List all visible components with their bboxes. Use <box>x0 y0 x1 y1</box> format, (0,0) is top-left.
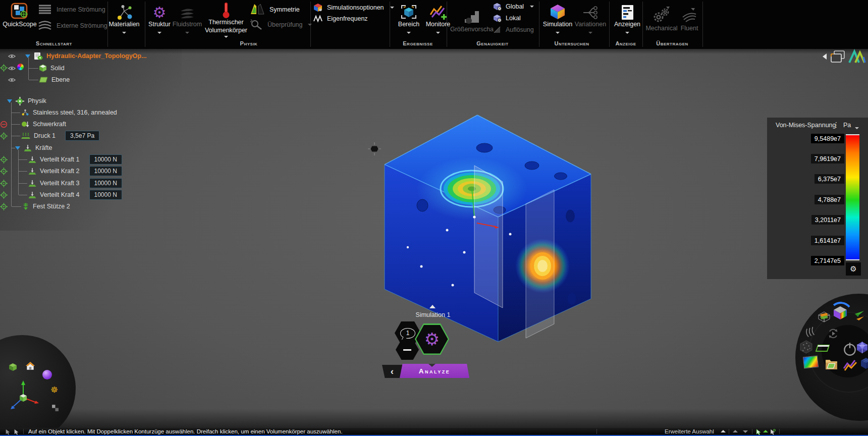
plane-tool-icon[interactable] <box>816 344 830 352</box>
results-cube-icon[interactable] <box>833 306 848 320</box>
tree-row-schwerkraft[interactable]: Schwerkraft <box>21 119 66 129</box>
anzeigen-button[interactable]: Anzeigen <box>613 2 642 34</box>
monitor-chart-icon[interactable] <box>843 359 858 371</box>
home-view-icon[interactable] <box>25 361 35 372</box>
caret-down-icon[interactable] <box>436 32 440 34</box>
caret-down-icon[interactable] <box>122 32 126 34</box>
select-loop-cursor-icon[interactable] <box>770 429 776 435</box>
caret-down-icon[interactable] <box>185 32 189 34</box>
tree-row-ebene[interactable]: Ebene <box>39 75 70 85</box>
mechanical-export-button[interactable]: Mechanical <box>646 3 677 32</box>
caret-down-icon[interactable] <box>588 32 592 34</box>
caret-down-icon[interactable] <box>530 6 534 8</box>
folder-plane-icon[interactable] <box>825 357 838 371</box>
caret-down-icon[interactable] <box>407 32 411 34</box>
mesh-cube-icon[interactable] <box>860 357 868 369</box>
druck-value-field[interactable]: 3,5e7 Pa <box>65 131 99 141</box>
caret-down-icon[interactable] <box>157 32 161 34</box>
scroll-down-icon[interactable] <box>743 430 748 433</box>
legend-menu-icon[interactable]: ⋮ <box>833 121 840 129</box>
tree-row-physik[interactable]: Physik <box>7 96 46 106</box>
lokal-genauigkeit-button[interactable]: Lokal <box>493 14 521 22</box>
sim-panel-expand-icon[interactable] <box>429 305 436 308</box>
collapse-up-icon[interactable] <box>721 430 726 432</box>
cursor-icon[interactable] <box>5 429 11 435</box>
transfer-arrows-icon[interactable] <box>850 310 865 322</box>
caret-down-icon[interactable] <box>556 32 560 34</box>
interne-stroemung-button[interactable]: Interne Strömung <box>37 4 105 15</box>
split-view-icon[interactable] <box>51 404 59 412</box>
probe-hex-marker[interactable] <box>367 142 382 156</box>
externe-stroemung-button[interactable]: Externe Strömung <box>37 20 107 31</box>
quickscope-button[interactable]: QuickScope <box>4 2 35 28</box>
simulation-button[interactable]: Simulation <box>541 2 574 34</box>
symmetrie-button[interactable]: Symmetrie <box>249 3 300 16</box>
ueberpruefung-button[interactable]: Überprüfung <box>249 19 312 31</box>
legend-unit-caret-icon[interactable] <box>855 127 859 129</box>
force-value-field[interactable]: 10000 N <box>89 190 122 200</box>
thermischer-volumenkoerper-button[interactable]: Thermischer Volumenkörper <box>202 2 250 38</box>
contour-result-icon[interactable] <box>803 356 819 369</box>
suppress-icon[interactable] <box>0 121 8 128</box>
iso-view-cube-icon[interactable] <box>9 363 17 373</box>
select-up-icon[interactable] <box>763 430 768 432</box>
advanced-selection-label[interactable]: Erweiterte Auswahl <box>665 428 714 434</box>
caret-down-icon[interactable] <box>625 32 629 34</box>
tree-row-fest-stuetze[interactable]: Fest Stütze 2 <box>22 201 70 211</box>
color-wheel-icon[interactable] <box>17 64 24 70</box>
caret-down-icon[interactable] <box>308 24 312 26</box>
locate-crosshair-icon[interactable] <box>0 132 8 140</box>
steering-wheel-icon[interactable]: ☸ <box>50 386 58 394</box>
tree-row-kraft-4[interactable]: Verteilt Kraft 4 10000 N <box>28 190 122 200</box>
tree-row-kraft-3[interactable]: Verteilt Kraft 3 10000 N <box>28 178 122 188</box>
section-plane-1[interactable] <box>474 166 503 308</box>
force-value-field[interactable]: 10000 N <box>89 166 122 176</box>
model-3d[interactable] <box>323 96 626 358</box>
scroll-up-icon[interactable] <box>733 430 738 432</box>
legend-colorbar[interactable] <box>846 134 859 260</box>
expand-triangle-icon[interactable] <box>7 99 12 103</box>
groessenvorschau-button[interactable]: Größenvorscha <box>452 6 492 33</box>
stage-back-button[interactable]: ‹ <box>382 365 402 378</box>
tree-row-material[interactable]: Stainless steel, 316, annealed <box>21 107 117 118</box>
eigenfrequenz-button[interactable]: Eigenfrequenz <box>313 15 368 23</box>
mesh-polyhedron-icon[interactable] <box>799 340 813 354</box>
expand-triangle-icon[interactable] <box>15 146 20 150</box>
select-cursor-icon[interactable] <box>756 429 762 435</box>
materialien-button[interactable]: Materialien <box>105 2 143 34</box>
legend-unit-selector[interactable]: Pa <box>843 122 851 129</box>
aufloesung-button[interactable]: Auflösung <box>493 26 534 34</box>
legend-settings-button[interactable]: ⚙ <box>846 262 861 276</box>
section-cube-icon[interactable] <box>818 311 831 323</box>
brand-logo-icon[interactable] <box>848 49 866 64</box>
axis-triad[interactable] <box>6 379 40 413</box>
gallery-icon[interactable] <box>830 50 846 64</box>
tree-row-druck[interactable]: Druck 1 3,5e7 Pa <box>21 131 99 141</box>
force-value-field[interactable]: 10000 N <box>89 154 122 165</box>
tree-row-kraefte[interactable]: Kräfte <box>15 143 52 153</box>
section-plane-2[interactable] <box>526 190 554 338</box>
caret-down-icon[interactable] <box>224 36 228 38</box>
expand-triangle-icon[interactable] <box>25 54 30 58</box>
simulationsoptionen-button[interactable]: Simulationsoptionen <box>313 3 394 12</box>
monitore-button[interactable]: Monitore <box>423 2 453 34</box>
locate-crosshair-icon[interactable] <box>0 203 8 210</box>
tree-row-root[interactable]: Hydraulic-Adapter_TopologyOp... <box>25 51 146 61</box>
cursor-icon[interactable] <box>14 429 20 435</box>
tree-row-solid[interactable]: Solid <box>39 63 65 73</box>
locate-crosshair-icon[interactable] <box>0 180 8 187</box>
global-genauigkeit-button[interactable]: Global <box>493 3 534 11</box>
locate-crosshair-icon[interactable] <box>0 168 8 175</box>
replay-icon[interactable] <box>827 327 840 340</box>
eye-icon[interactable] <box>8 65 16 72</box>
tree-row-kraft-2[interactable]: Verteilt Kraft 2 10000 N <box>28 166 122 176</box>
locate-crosshair-icon[interactable] <box>0 156 8 164</box>
bereich-button[interactable]: Bereich <box>395 2 423 34</box>
render-sphere-icon[interactable] <box>42 370 52 379</box>
force-value-field[interactable]: 10000 N <box>89 178 122 188</box>
eye-icon[interactable] <box>8 52 16 60</box>
locate-crosshair-icon[interactable] <box>0 64 8 72</box>
fluent-export-button[interactable]: Fluent <box>677 3 701 32</box>
fluidstrom-button[interactable]: Fluidstrom <box>173 2 202 34</box>
eye-icon[interactable] <box>8 76 16 84</box>
